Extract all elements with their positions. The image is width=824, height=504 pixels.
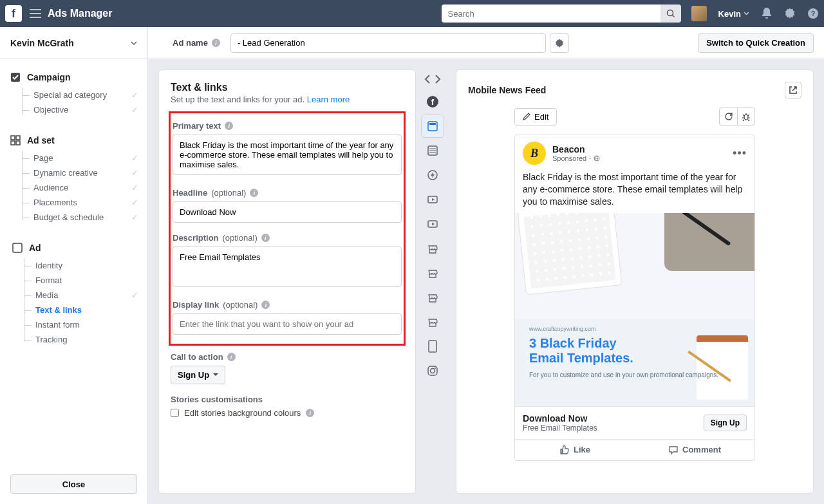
- report-bug-button[interactable]: [737, 107, 755, 126]
- info-icon[interactable]: i: [261, 301, 270, 309]
- ad-name-input[interactable]: [230, 33, 546, 53]
- svg-point-26: [744, 115, 748, 120]
- description-label: Description: [173, 233, 219, 243]
- info-icon[interactable]: i: [250, 189, 258, 197]
- help-icon[interactable]: ?: [807, 8, 819, 19]
- share-preview-button[interactable]: [785, 82, 801, 98]
- placement-facebook-icon[interactable]: f: [421, 90, 444, 113]
- subbar: Kevin McGrath Ad name i Switch to Quick …: [0, 27, 824, 59]
- sponsored-label: Sponsored: [552, 154, 586, 162]
- sidebar: Campaign Special ad category✓ Objective✓…: [0, 59, 148, 504]
- sidebar-item[interactable]: Dynamic creative✓: [0, 165, 147, 180]
- search-icon: [666, 9, 675, 18]
- ad-preview: B Beacon Sponsored · ••• Black Friday is…: [514, 135, 755, 461]
- headline-input[interactable]: [173, 201, 402, 223]
- info-icon[interactable]: i: [227, 353, 236, 361]
- sidebar-item[interactable]: Special ad category✓: [0, 88, 147, 102]
- sidebar-item[interactable]: Budget & schedule✓: [0, 210, 147, 225]
- svg-rect-8: [11, 141, 15, 145]
- placement-mobile-icon[interactable]: [421, 335, 444, 358]
- svg-rect-23: [428, 366, 437, 375]
- placement-video-icon[interactable]: [421, 188, 444, 211]
- preview-title: Mobile News Feed: [468, 85, 546, 95]
- info-icon[interactable]: i: [306, 409, 314, 417]
- search-button[interactable]: [660, 5, 681, 23]
- refresh-icon: [724, 112, 733, 121]
- comment-button[interactable]: Comment: [635, 440, 754, 460]
- chevron-down-icon: [744, 12, 749, 15]
- user-menu[interactable]: Kevin: [718, 9, 749, 19]
- stories-checkbox-label: Edit stories background colours: [184, 408, 301, 418]
- editor-subtitle: Set up the text and links for your ad. L…: [171, 95, 404, 104]
- sidebar-item[interactable]: Identity: [2, 258, 147, 273]
- sidebar-item[interactable]: Page✓: [0, 151, 147, 165]
- sidebar-campaign-head[interactable]: Campaign: [0, 72, 147, 82]
- display-link-label: Display link: [173, 300, 219, 310]
- svg-text:f: f: [431, 97, 435, 107]
- placement-instant-icon[interactable]: [421, 163, 444, 187]
- placement-mobile-feed-icon[interactable]: [421, 115, 444, 138]
- description-input[interactable]: [173, 247, 402, 287]
- cta-dropdown[interactable]: Sign Up: [171, 366, 225, 384]
- display-link-input[interactable]: [173, 313, 402, 335]
- brand-name[interactable]: Beacon: [552, 144, 600, 154]
- sidebar-item[interactable]: Format: [2, 273, 147, 288]
- placement-marketplace2-icon[interactable]: [421, 261, 444, 285]
- app-title: Ads Manager: [48, 8, 112, 19]
- switch-creation-button[interactable]: Switch to Quick Creation: [698, 33, 814, 53]
- highlighted-fields: Primary texti Headline (optional)i Descr…: [169, 111, 406, 346]
- ad-name-settings-button[interactable]: [550, 33, 569, 53]
- sidebar-campaign-section: Campaign Special ad category✓ Objective✓: [0, 72, 147, 117]
- sidebar-item[interactable]: Objective✓: [0, 102, 147, 117]
- primary-text-input[interactable]: [173, 135, 402, 175]
- svg-rect-10: [13, 243, 22, 252]
- notifications-icon[interactable]: [761, 7, 772, 20]
- preview-prev-button[interactable]: [423, 73, 432, 85]
- preview-next-button[interactable]: [433, 73, 442, 85]
- editor-title: Text & links: [171, 82, 404, 93]
- account-name: Kevin McGrath: [10, 38, 74, 48]
- refresh-button[interactable]: [719, 107, 737, 126]
- sidebar-ad-head[interactable]: Ad: [2, 243, 147, 253]
- globe-icon: [594, 155, 600, 162]
- sidebar-item[interactable]: Audience✓: [0, 180, 147, 195]
- placement-marketplace3-icon[interactable]: [421, 286, 444, 309]
- info-icon[interactable]: i: [261, 234, 270, 242]
- ad-image[interactable]: www.craftcopywriting.com 3 Black Friday …: [515, 213, 754, 406]
- ad-menu-button[interactable]: •••: [733, 147, 747, 160]
- facebook-logo[interactable]: f: [5, 5, 22, 22]
- settings-gear-icon[interactable]: [784, 8, 796, 19]
- placement-marketplace4-icon[interactable]: [421, 310, 444, 333]
- brand-avatar[interactable]: B: [523, 142, 546, 165]
- sidebar-item[interactable]: Tracking: [2, 332, 147, 347]
- menu-icon[interactable]: [30, 9, 41, 18]
- info-icon[interactable]: i: [212, 39, 220, 47]
- placement-instagram-icon[interactable]: [421, 359, 444, 382]
- ad-text: Black Friday is the most important time …: [515, 171, 754, 213]
- user-name-label: Kevin: [718, 9, 741, 19]
- sidebar-item[interactable]: Media✓: [2, 288, 147, 303]
- sidebar-item-active[interactable]: Text & links: [2, 303, 147, 317]
- account-dropdown[interactable]: Kevin McGrath: [0, 27, 148, 59]
- sidebar-item[interactable]: Placements✓: [0, 195, 147, 210]
- user-avatar[interactable]: [691, 6, 707, 21]
- ad-cta-button[interactable]: Sign Up: [704, 415, 747, 431]
- search-input[interactable]: [442, 5, 660, 23]
- checkbox-checked-icon: [10, 72, 21, 82]
- close-button[interactable]: Close: [10, 474, 137, 494]
- ad-cta-description: Free Email Templates: [523, 424, 597, 433]
- sidebar-item[interactable]: Instant form: [2, 317, 147, 332]
- stories-checkbox[interactable]: [171, 409, 179, 417]
- info-icon[interactable]: i: [225, 122, 233, 130]
- sidebar-adset-head[interactable]: Ad set: [0, 135, 147, 145]
- edit-preview-button[interactable]: Edit: [514, 108, 557, 126]
- placement-feed-icon[interactable]: [421, 139, 444, 162]
- placement-video2-icon[interactable]: [421, 212, 444, 236]
- svg-point-24: [431, 369, 435, 373]
- svg-point-25: [435, 368, 436, 369]
- bug-icon: [742, 112, 751, 121]
- editor-panel: Text & links Set up the text and links f…: [158, 70, 416, 494]
- placement-marketplace-icon[interactable]: [421, 237, 444, 260]
- learn-more-link[interactable]: Learn more: [307, 95, 350, 104]
- like-button[interactable]: Like: [515, 440, 635, 460]
